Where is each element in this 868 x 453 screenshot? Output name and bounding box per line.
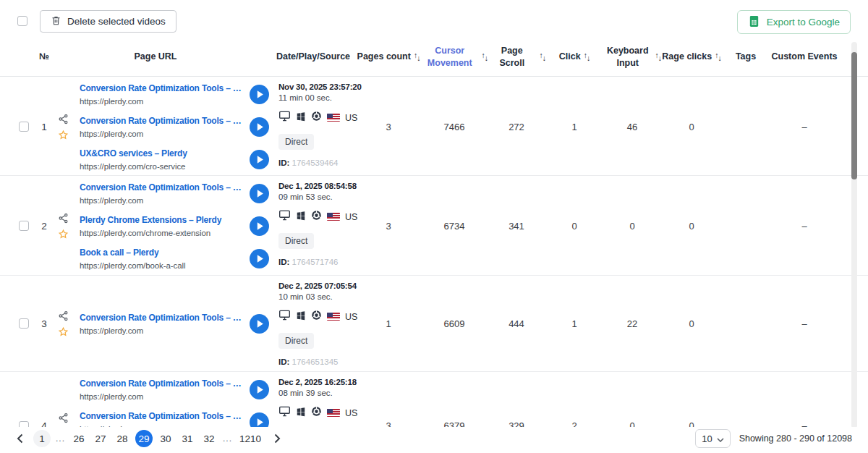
page-scroll-value: 272	[488, 77, 545, 177]
row-checkbox[interactable]	[19, 221, 29, 231]
session-duration: 08 min 39 sec.	[278, 389, 356, 397]
session-meta: Nov 30, 2025 23:57:20 11 min 00 sec. US …	[271, 77, 356, 177]
page-url: https://plerdy.com/cro-service	[80, 161, 245, 172]
us-flag-icon	[327, 313, 340, 321]
page-button[interactable]: 1	[33, 430, 51, 447]
next-page-chevron[interactable]	[269, 431, 285, 446]
session-meta: Dec 2, 2025 07:05:54 10 min 03 sec. US D…	[271, 276, 356, 371]
sort-icon[interactable]: ↑↓	[414, 53, 420, 61]
header-cursor-movement[interactable]: Cursor Movement↑↓	[421, 38, 488, 76]
page-url: https://plerdy.com	[80, 129, 245, 139]
rage-clicks-value: 0	[661, 176, 722, 276]
sort-icon[interactable]: ↑↓	[655, 53, 662, 61]
play-button[interactable]	[250, 216, 269, 236]
page-link[interactable]: Conversion Rate Optimization Tools – Ple…	[80, 82, 245, 94]
toolbar: Delete selected videos Export to Google	[0, 0, 868, 38]
page-url: https://plerdy.com	[80, 195, 245, 206]
chevron-down-icon	[717, 433, 724, 444]
header-rage-clicks[interactable]: Rage clicks↑↓	[661, 38, 722, 76]
table-body: 1 Conversion Rate Optimization Tools – P…	[0, 77, 868, 453]
share-icon[interactable]	[58, 213, 69, 224]
share-icon[interactable]	[58, 114, 69, 124]
row-number: 1	[35, 77, 54, 177]
page-link[interactable]: Plerdy Chrome Extensions – Plerdy	[80, 214, 245, 226]
header-date-play-source: Date/Play/Source	[271, 38, 356, 76]
session-id-line: ID: 1764651345	[278, 357, 356, 366]
play-button[interactable]	[250, 117, 269, 137]
header-icons-spacer	[54, 38, 72, 76]
trash-icon	[51, 15, 61, 28]
delete-button-label: Delete selected videos	[67, 16, 166, 27]
scrollbar-thumb[interactable]	[851, 52, 857, 179]
row-checkbox[interactable]	[19, 122, 29, 132]
play-button[interactable]	[250, 249, 269, 268]
header-pages-count[interactable]: Pages count↑↓	[356, 38, 421, 76]
current-page-button[interactable]: 29	[135, 430, 153, 447]
page-link[interactable]: Conversion Rate Optimization Tools – Ple…	[80, 312, 245, 323]
select-all-checkbox[interactable]	[17, 16, 27, 26]
us-flag-icon	[327, 114, 340, 122]
sort-icon[interactable]: ↑↓	[482, 53, 488, 61]
sort-icon[interactable]: ↑↓	[540, 53, 546, 61]
session-id-value: 1764651345	[292, 357, 339, 366]
traffic-source-badge: Direct	[278, 134, 314, 150]
browser-chrome-icon	[311, 406, 322, 420]
session-id-line: ID: 1764539464	[278, 158, 356, 167]
play-button[interactable]	[250, 150, 269, 169]
delete-selected-button[interactable]: Delete selected videos	[40, 10, 176, 33]
page-button[interactable]: 1210	[237, 430, 263, 447]
header-page-scroll[interactable]: Page Scroll↑↓	[488, 38, 545, 76]
header-keyboard-input[interactable]: Keyboard Input↑↓	[603, 38, 661, 76]
device-desktop-icon	[278, 210, 291, 224]
page-url: https://plerdy.com	[80, 96, 245, 106]
session-id-line: ID: 1764571746	[278, 258, 356, 266]
session-duration: 10 min 03 sec.	[278, 292, 356, 301]
sort-icon[interactable]: ↑↓	[584, 53, 590, 61]
page-entry: Conversion Rate Optimization Tools – Ple…	[80, 376, 269, 402]
page-button[interactable]: 31	[179, 430, 196, 447]
star-icon[interactable]	[58, 326, 69, 337]
play-button[interactable]	[250, 314, 269, 334]
page-button[interactable]: 27	[92, 430, 109, 447]
page-entry: Conversion Rate Optimization Tools – Ple…	[80, 310, 269, 336]
page-size-select[interactable]: 10	[695, 429, 730, 448]
session-id-value: 1764571746	[292, 258, 339, 266]
sort-icon[interactable]: ↑↓	[715, 53, 721, 61]
page-link[interactable]: Conversion Rate Optimization Tools – Ple…	[80, 182, 245, 193]
cursor-movement-value: 7466	[421, 77, 488, 177]
export-to-google-button[interactable]: Export to Google	[737, 10, 851, 34]
previous-page-chevron[interactable]	[12, 431, 27, 446]
play-button[interactable]	[250, 184, 269, 203]
custom-events-value: –	[770, 77, 839, 177]
browser-chrome-icon	[311, 210, 322, 224]
share-icon[interactable]	[58, 412, 69, 423]
page-link[interactable]: UX&CRO services – Plerdy	[80, 148, 245, 159]
traffic-source-badge: Direct	[278, 233, 314, 249]
page-button[interactable]: 26	[70, 430, 88, 447]
page-link[interactable]: Conversion Rate Optimization Tools – Ple…	[80, 378, 245, 389]
page-button[interactable]: 28	[114, 430, 131, 447]
header-click[interactable]: Click↑↓	[545, 38, 603, 76]
page-entry: Plerdy Chrome Extensions – Plerdyhttps:/…	[80, 213, 269, 239]
keyboard-input-value: 22	[603, 276, 661, 371]
page-url: https://plerdy.com	[80, 391, 245, 402]
star-icon[interactable]	[58, 130, 69, 140]
ellipsis: ...	[55, 433, 66, 444]
video-sessions-page: Delete selected videos Export to Google …	[0, 0, 868, 453]
play-button[interactable]	[250, 380, 269, 399]
star-icon[interactable]	[58, 229, 69, 240]
os-windows-icon	[296, 111, 306, 124]
session-date: Dec 1, 2025 08:54:58	[278, 182, 356, 190]
page-url: https://plerdy.com/book-a-call	[80, 261, 245, 271]
device-desktop-icon	[278, 111, 291, 124]
share-icon[interactable]	[58, 310, 69, 321]
cursor-movement-value: 6734	[421, 176, 488, 276]
page-link[interactable]: Conversion Rate Optimization Tools – Ple…	[80, 410, 245, 422]
page-link[interactable]: Conversion Rate Optimization Tools – Ple…	[80, 115, 245, 127]
page-button[interactable]: 32	[200, 430, 218, 447]
play-button[interactable]	[250, 85, 269, 104]
page-link[interactable]: Book a call – Plerdy	[80, 247, 245, 258]
ellipsis: ...	[222, 433, 233, 444]
row-checkbox[interactable]	[19, 318, 29, 329]
page-button[interactable]: 30	[157, 430, 174, 447]
